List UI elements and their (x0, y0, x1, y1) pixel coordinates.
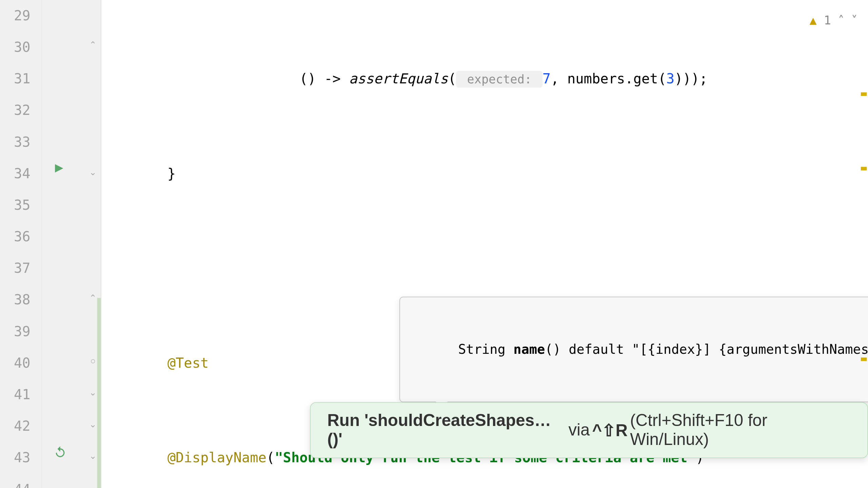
fold-down-icon[interactable]: ⌄ (89, 387, 97, 398)
fold-down-icon[interactable]: ⌄ (89, 419, 97, 430)
rerun-test-icon[interactable] (54, 446, 67, 462)
chevron-down-icon[interactable]: ˅ (851, 5, 857, 36)
warning-icon[interactable]: ▲ (810, 5, 817, 36)
fold-up-icon[interactable]: ⌃ (89, 39, 97, 50)
gutter-line-numbers: 293031 323334 353637 383940 414243 44454… (0, 0, 42, 488)
gutter-icons: ▶ ⌃ ⌄ ⌃ ○ ⌄ ⌄ ⌄ (42, 0, 101, 488)
parameter-info-tooltip: String name() default "[{index}] {argume… (399, 297, 868, 402)
run-test-icon[interactable]: ▶ (55, 161, 63, 174)
inspection-indicators[interactable]: ▲1 ˄ ˅ (810, 5, 857, 36)
chevron-up-icon[interactable]: ˄ (838, 5, 844, 36)
fold-marker-icon[interactable]: ○ (89, 356, 97, 366)
fold-up-icon[interactable]: ⌃ (89, 292, 97, 303)
fold-down-icon[interactable]: ⌄ (89, 167, 97, 178)
fold-down-icon[interactable]: ⌄ (89, 450, 97, 461)
action-hint-banner: Run 'shouldCreateShapes…()' via ^⇧R (Ctr… (310, 402, 868, 458)
